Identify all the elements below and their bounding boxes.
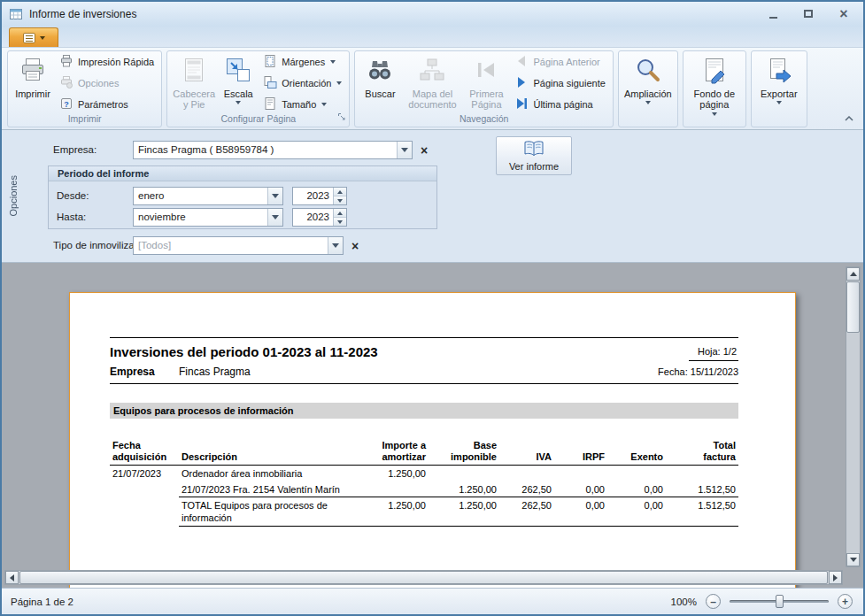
col-header-exento: Exento — [607, 440, 666, 466]
ribbon-tab-row — [2, 26, 863, 47]
periodo-groupbox-title: Periodo del informe — [49, 166, 436, 181]
vertical-scroll-thumb[interactable] — [846, 281, 860, 333]
table-total-row: TOTAL Equipos para procesos de informaci… — [110, 497, 738, 526]
chevron-down-icon — [40, 36, 45, 40]
scroll-right-button[interactable] — [829, 571, 842, 584]
empresa-clear-button[interactable]: × — [416, 142, 432, 158]
ribbon-group-fondo: Fondo de página — [683, 50, 746, 127]
zoom-slider[interactable] — [730, 594, 829, 609]
imprimir-button[interactable]: Imprimir — [11, 53, 55, 113]
collapse-ribbon-button[interactable] — [842, 112, 856, 125]
chevron-down-icon — [321, 103, 327, 106]
empresa-combo-value: Fincas Pragma ( B58959784 ) — [134, 142, 397, 158]
hasta-year-up-button[interactable] — [334, 209, 346, 218]
close-button[interactable]: × — [835, 7, 853, 21]
cell-total — [666, 466, 738, 481]
empresa-label: Empresa: — [53, 144, 97, 155]
cell-total: 1.512,50 — [666, 481, 738, 497]
parametros-button[interactable]: ? Parámetros — [57, 96, 157, 113]
col-header-base: Base imponible — [429, 440, 499, 466]
desde-year-value: 2023 — [293, 188, 333, 204]
opciones-button[interactable]: Opciones — [57, 74, 157, 92]
hasta-month-combo[interactable]: noviembre — [133, 208, 283, 227]
pagina-anterior-button[interactable]: Página Anterior — [512, 53, 607, 71]
desde-year-up-button[interactable] — [334, 188, 346, 196]
col-header-fecha: Fecha adquisición — [110, 440, 179, 466]
chevron-down-icon — [645, 101, 651, 104]
desde-month-combo[interactable]: enero — [133, 187, 283, 205]
scroll-down-button[interactable] — [846, 553, 860, 566]
quick-print-icon — [59, 54, 73, 70]
horizontal-scroll-thumb[interactable] — [19, 571, 828, 584]
tamano-label: Tamaño — [282, 99, 316, 110]
maximize-button[interactable] — [799, 7, 817, 21]
escala-button[interactable]: Escala — [218, 53, 259, 113]
tipo-inmovilizado-combo[interactable]: [Todos] — [133, 236, 344, 255]
export-icon — [765, 56, 793, 89]
empresa-combo-dropdown[interactable] — [397, 142, 412, 158]
margenes-button[interactable]: Márgenes — [260, 53, 344, 71]
fondo-pagina-label: Fondo de página — [688, 89, 741, 111]
hasta-year-spinner[interactable]: 2023 — [292, 208, 347, 227]
group-label-configurar: Configurar Página — [167, 113, 349, 127]
desde-year-spinner[interactable]: 2023 — [292, 187, 347, 205]
app-menu-button[interactable] — [9, 27, 58, 47]
cell-descripcion: 21/07/2023 Fra. 2154 Valentín Marín — [179, 481, 356, 497]
page-size-icon — [263, 96, 277, 112]
orientation-icon — [263, 75, 277, 91]
hasta-year-down-button[interactable] — [334, 218, 346, 226]
impresion-rapida-label: Impresión Rápida — [78, 57, 154, 67]
cabecera-pie-button[interactable]: Cabecera y Pie — [170, 53, 218, 113]
report-page[interactable]: Inversiones del periodo 01-2023 al 11-20… — [69, 292, 796, 588]
options-panel-tab[interactable]: Opciones — [2, 130, 25, 262]
vertical-scrollbar[interactable] — [846, 266, 861, 567]
pagina-siguiente-button[interactable]: Página siguiente — [512, 74, 607, 92]
ribbon-group-imprimir: Imprimir Impresión Rápida — [7, 50, 162, 127]
scroll-left-button[interactable] — [5, 571, 19, 584]
horizontal-scrollbar[interactable] — [4, 570, 843, 585]
orientacion-button[interactable]: Orientación — [260, 74, 344, 92]
ver-informe-button[interactable]: Ver informe — [496, 136, 572, 175]
mapa-documento-button[interactable]: Mapa del documento — [402, 53, 462, 113]
empresa-combo[interactable]: Fincas Pragma ( B58959784 ) — [133, 141, 413, 159]
cell-base: 1.250,00 — [429, 481, 499, 497]
tipo-inmovilizado-value: [Todos] — [134, 237, 328, 254]
hasta-month-dropdown[interactable] — [267, 209, 282, 226]
titlebar: Informe de inversiones × — [2, 2, 863, 26]
imprimir-button-label: Imprimir — [15, 89, 50, 100]
ampliacion-button[interactable]: Ampliación — [622, 53, 675, 124]
zoom-slider-thumb[interactable] — [776, 595, 784, 608]
col-header-descripcion: Descripción — [179, 440, 356, 466]
zoom-out-button[interactable]: – — [706, 594, 721, 609]
primera-pagina-label: Primera Página — [464, 89, 508, 111]
tamano-button[interactable]: Tamaño — [260, 96, 344, 113]
zoom-percentage: 100% — [671, 597, 697, 607]
scroll-up-button[interactable] — [846, 267, 860, 281]
window-controls: × — [764, 7, 853, 21]
zoom-in-button[interactable]: + — [838, 594, 853, 609]
impresion-rapida-button[interactable]: Impresión Rápida — [57, 53, 157, 71]
desde-month-dropdown[interactable] — [267, 188, 282, 204]
binoculars-icon — [366, 56, 394, 89]
buscar-button[interactable]: Buscar — [358, 53, 402, 113]
ultima-pagina-button[interactable]: Última página — [512, 96, 607, 113]
table-row: 21/07/2023 Fra. 2154 Valentín Marín 1.25… — [110, 481, 738, 497]
dialog-launcher-icon[interactable] — [337, 109, 346, 125]
tipo-inmovilizado-clear-button[interactable]: × — [347, 237, 363, 254]
minimize-button[interactable] — [764, 7, 782, 21]
fondo-pagina-button[interactable]: Fondo de página — [686, 53, 743, 124]
cell-base: 1.250,00 — [429, 497, 499, 526]
hasta-year-value: 2023 — [293, 209, 333, 226]
scale-icon — [224, 56, 252, 89]
cabecera-pie-label: Cabecera y Pie — [172, 89, 216, 111]
tipo-inmovilizado-dropdown[interactable] — [328, 237, 343, 254]
pagina-anterior-label: Página Anterior — [533, 57, 599, 67]
primera-pagina-button[interactable]: Primera Página — [462, 53, 510, 113]
report-header: Inversiones del periodo 01-2023 al 11-20… — [110, 337, 738, 384]
cell-iva: 262,50 — [499, 497, 554, 526]
zoom-controls: 100% – + — [671, 594, 853, 609]
group-label-fondo — [684, 124, 745, 127]
desde-year-down-button[interactable] — [334, 196, 346, 204]
exportar-button[interactable]: Exportar — [754, 53, 804, 124]
first-page-icon — [472, 56, 500, 89]
